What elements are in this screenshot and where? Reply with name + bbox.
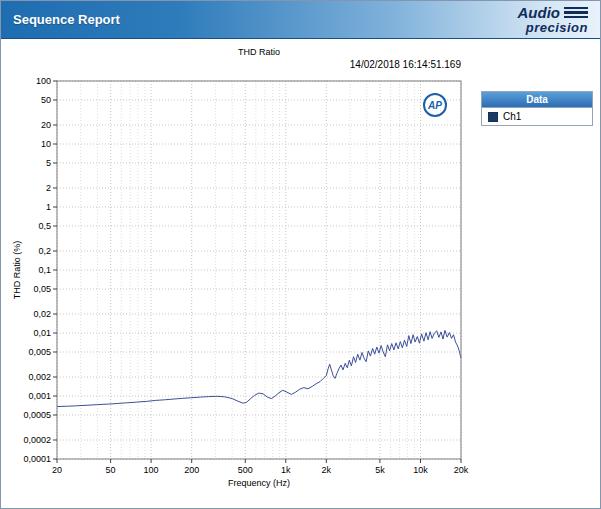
- svg-text:0,5: 0,5: [38, 221, 51, 231]
- svg-text:2k: 2k: [322, 465, 332, 475]
- svg-text:100: 100: [144, 465, 159, 475]
- svg-text:1k: 1k: [281, 465, 291, 475]
- svg-text:2: 2: [46, 183, 51, 193]
- chart-area: THD Ratio 14/02/2018 16:14:51.169 100502…: [9, 45, 489, 501]
- svg-text:0,0002: 0,0002: [23, 435, 51, 445]
- svg-text:20: 20: [41, 120, 51, 130]
- svg-text:50: 50: [41, 95, 51, 105]
- svg-text:0,001: 0,001: [28, 391, 51, 401]
- svg-text:500: 500: [238, 465, 253, 475]
- report-title: Sequence Report: [13, 12, 120, 27]
- svg-text:0,1: 0,1: [38, 265, 51, 275]
- svg-text:0,005: 0,005: [28, 347, 51, 357]
- ap-badge-text: AP: [428, 100, 442, 111]
- logo-word-precision: precision: [518, 21, 589, 34]
- legend-header: Data: [482, 92, 592, 108]
- sequence-report-window: Sequence Report Audio precision THD Rati…: [0, 0, 601, 509]
- svg-text:20k: 20k: [454, 465, 469, 475]
- ch1-label: Ch1: [503, 111, 521, 122]
- svg-text:THD Ratio (%): THD Ratio (%): [12, 241, 22, 300]
- chart-title: THD Ratio: [57, 47, 461, 57]
- svg-text:5k: 5k: [375, 465, 385, 475]
- logo-word-audio: Audio: [518, 5, 561, 20]
- svg-text:200: 200: [184, 465, 199, 475]
- svg-text:50: 50: [106, 465, 116, 475]
- svg-text:10: 10: [41, 139, 51, 149]
- legend-item-ch1: Ch1: [482, 108, 592, 125]
- svg-text:0,0001: 0,0001: [23, 454, 51, 464]
- svg-text:0,02: 0,02: [33, 309, 51, 319]
- svg-text:0,0005: 0,0005: [23, 410, 51, 420]
- logo-bars-icon: [564, 7, 588, 19]
- svg-text:Frequency (Hz): Frequency (Hz): [228, 478, 290, 488]
- svg-text:0,01: 0,01: [33, 328, 51, 338]
- audio-precision-logo: Audio precision: [518, 5, 589, 34]
- svg-text:5: 5: [46, 158, 51, 168]
- ap-logo-badge: AP: [423, 93, 447, 117]
- chart-timestamp: 14/02/2018 16:14:51.169: [57, 59, 461, 70]
- svg-text:1: 1: [46, 202, 51, 212]
- svg-text:20: 20: [52, 465, 62, 475]
- svg-text:0,05: 0,05: [33, 284, 51, 294]
- report-header: Sequence Report Audio precision: [1, 1, 600, 39]
- thd-ratio-chart: 1005020105210,50,20,10,050,020,010,0050,…: [9, 75, 489, 499]
- ch1-color-swatch: [488, 112, 498, 122]
- svg-text:100: 100: [36, 76, 51, 86]
- svg-text:0,002: 0,002: [28, 372, 51, 382]
- svg-text:10k: 10k: [413, 465, 428, 475]
- svg-text:0,2: 0,2: [38, 246, 51, 256]
- legend: Data Ch1: [481, 91, 593, 126]
